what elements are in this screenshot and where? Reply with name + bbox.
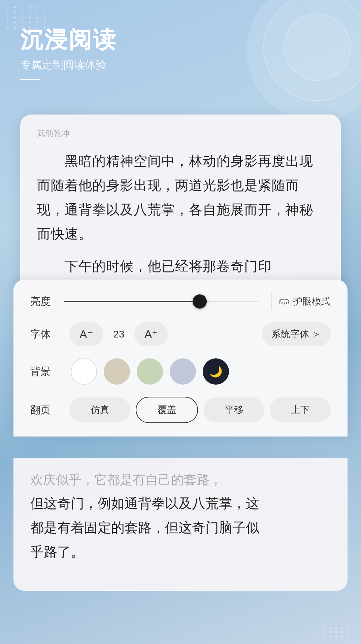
bottom-text-partial: 欢庆似乎，它都是有自己的套路， <box>30 468 331 491</box>
brightness-slider-container <box>64 301 258 302</box>
page-cover-button[interactable]: 覆盖 <box>136 397 198 423</box>
page-turn-row: 翻页 仿真 覆盖 平移 上下 <box>30 397 331 423</box>
font-size-value: 23 <box>109 328 129 340</box>
bottom-text-line2: 都是有着固定的套路，但这奇门脑子似 <box>30 515 331 540</box>
page-turn-label: 翻页 <box>30 403 64 417</box>
brightness-slider-track[interactable] <box>64 301 258 302</box>
brightness-divider <box>271 293 272 310</box>
brightness-slider-thumb[interactable] <box>193 294 207 309</box>
header: 沉浸阅读 专属定制阅读体验 <box>0 0 361 94</box>
bottom-reading-card: 欢庆似乎，它都是有自己的套路， 但这奇门，例如通背拳以及八荒掌，这 都是有着固定… <box>13 458 348 591</box>
reading-text-paragraph2: 下午的时候，他已经将那卷奇门印 <box>37 254 324 278</box>
page-vertical-button[interactable]: 上下 <box>270 397 331 422</box>
font-label: 字体 <box>30 327 64 341</box>
reading-card: 武动乾坤 黑暗的精神空间中，林动的身影再度出现而随着他的身影出现，两道光影也是紧… <box>20 115 341 295</box>
brightness-slider-fill <box>64 301 200 302</box>
brightness-label: 亮度 <box>30 295 64 309</box>
bg-dots-bottom <box>323 627 351 637</box>
bottom-text-line1: 但这奇门，例如通背拳以及八荒掌，这 <box>30 491 331 515</box>
background-dark-button[interactable] <box>203 358 229 385</box>
font-family-arrow-icon: ＞ <box>312 328 321 341</box>
brightness-row: 亮度 护眼模式 <box>30 293 331 310</box>
font-row: 字体 A⁻ 23 A⁺ 系统字体 ＞ <box>30 322 331 346</box>
eye-mode-container[interactable]: 护眼模式 <box>279 295 331 308</box>
settings-panel: 亮度 护眼模式 字体 A⁻ <box>13 280 348 437</box>
background-green-button[interactable] <box>137 358 163 385</box>
bottom-text-line3: 乎路了。 <box>30 540 331 564</box>
page-simulated-button[interactable]: 仿真 <box>69 397 130 422</box>
background-label: 背景 <box>30 365 64 379</box>
svg-line-0 <box>280 302 280 303</box>
font-increase-button[interactable]: A⁺ <box>134 322 168 346</box>
book-title: 武动乾坤 <box>37 128 324 139</box>
page-title: 沉浸阅读 <box>20 27 341 52</box>
background-beige-button[interactable] <box>104 358 130 385</box>
eye-icon <box>279 296 290 307</box>
font-family-button[interactable]: 系统字体 ＞ <box>262 322 331 346</box>
header-divider <box>20 79 40 80</box>
background-white-button[interactable] <box>71 358 97 385</box>
page-subtitle: 专属定制阅读体验 <box>20 58 341 72</box>
svg-line-4 <box>288 302 289 303</box>
eye-mode-label: 护眼模式 <box>293 295 331 308</box>
background-row: 背景 <box>30 358 331 385</box>
page-slide-button[interactable]: 平移 <box>203 397 264 422</box>
font-family-label: 系统字体 <box>271 328 309 341</box>
reading-text-paragraph1: 黑暗的精神空间中，林动的身影再度出现而随着他的身影出现，两道光影也是紧随而现，通… <box>37 149 324 246</box>
font-decrease-button[interactable]: A⁻ <box>69 322 103 346</box>
svg-line-1 <box>282 302 282 304</box>
svg-line-3 <box>286 302 287 304</box>
background-bluegray-button[interactable] <box>170 358 196 385</box>
